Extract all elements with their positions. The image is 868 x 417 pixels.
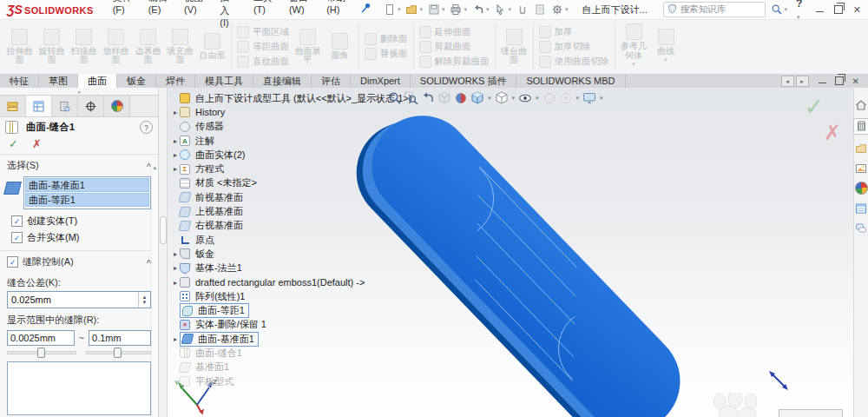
monitor-icon[interactable] — [582, 91, 596, 105]
tab-features[interactable]: 特征 — [0, 74, 39, 88]
section-view-icon[interactable] — [437, 91, 451, 105]
tab-dimxpert[interactable]: DimXpert — [351, 74, 411, 88]
search-go-icon[interactable] — [771, 3, 787, 16]
tree-item-sheet-metal[interactable]: 钣金 — [171, 247, 413, 261]
freeform-button[interactable]: 自由形 — [197, 33, 227, 61]
panel-scrollbar[interactable]: ▲ — [151, 164, 158, 417]
menu-tools[interactable]: 工具(T) — [253, 0, 273, 28]
extruded-surface-button[interactable]: 拉伸曲面 — [4, 29, 35, 65]
replace-face-button[interactable]: 替换面 — [365, 48, 408, 60]
gap-control-section-header[interactable]: 缝隙控制(A) ^ — [0, 251, 158, 271]
tab-solidworks-mbd[interactable]: SOLIDWORKS MBD — [516, 74, 625, 88]
restore-icon[interactable] — [834, 5, 843, 14]
create-solid-checkbox-row[interactable]: 创建实体(T) — [0, 211, 158, 228]
revolved-surface-button[interactable]: 旋转曲面 — [36, 29, 67, 65]
menu-help[interactable]: 帮助(H) — [326, 0, 347, 28]
selection-section-header[interactable]: 选择(S) ^ — [0, 155, 158, 175]
tree-item-surface-offset[interactable]: 曲面-等距1 — [171, 303, 413, 317]
doc-minimize-icon[interactable] — [819, 83, 826, 83]
tree-item-flat-pattern[interactable]: 平板型式 — [171, 374, 413, 388]
tab-evaluate[interactable]: 评估 — [312, 74, 351, 88]
tree-item-equations[interactable]: 方程式 — [171, 162, 413, 175]
splitter-handle-icon[interactable] — [160, 216, 167, 244]
panel-drag-handle[interactable]: ● — [0, 88, 158, 95]
display-tab-icon[interactable] — [104, 96, 130, 116]
doc-close-icon[interactable]: ✕ — [852, 76, 859, 86]
pin-menu-icon[interactable] — [359, 2, 372, 17]
dimxpert-tab-icon[interactable] — [78, 96, 104, 116]
hide-show-items-icon[interactable] — [518, 91, 532, 105]
tree-item-history[interactable]: History — [171, 105, 413, 119]
tree-item-surface-knit[interactable]: 曲面-缝合1 — [171, 346, 413, 360]
knowledge-search-box[interactable]: 搜索知识库 — [663, 2, 766, 17]
open-icon[interactable] — [404, 3, 424, 17]
tree-item-body-delete[interactable]: 实体-删除/保留 1 — [171, 318, 413, 332]
print-icon[interactable] — [448, 3, 469, 17]
new-document-icon[interactable] — [382, 3, 403, 17]
create-solid-checkbox[interactable] — [11, 215, 23, 227]
tree-root[interactable]: 自上而下设计成型工具 (默认<<默认>_显示状态 1>) — [171, 91, 413, 105]
custom-properties-icon[interactable] — [855, 202, 868, 215]
display-style-icon[interactable] — [495, 91, 509, 105]
tree-item-base-flange[interactable]: 基体-法兰1 — [171, 261, 413, 275]
view-settings-icon[interactable] — [559, 91, 573, 105]
selection-item[interactable]: 曲面-等距1 — [25, 193, 149, 207]
untrim-surface-button[interactable]: 解除剪裁曲面 — [419, 56, 490, 68]
menu-view[interactable]: 视图(V) — [184, 0, 204, 28]
tree-item-surface-bodies[interactable]: 曲面实体(2) — [171, 148, 413, 162]
graphics-viewport[interactable]: 自上而下设计成型工具 (默认<<默认>_显示状态 1>) History 传感器… — [168, 88, 853, 417]
curves-button[interactable]: 曲线▾ — [651, 29, 681, 65]
tree-item-sensors[interactable]: 传感器 — [171, 120, 413, 134]
design-library-icon[interactable] — [855, 142, 868, 155]
tree-item-front-plane[interactable]: 前视基准面 — [171, 190, 413, 204]
apply-scene-icon[interactable] — [542, 91, 556, 105]
tab-sheet-metal[interactable]: 钣金 — [117, 74, 156, 88]
tab-direct-editing[interactable]: 直接编辑 — [253, 74, 312, 88]
menu-insert[interactable]: 插入(I) — [220, 0, 238, 28]
tree-item-right-plane[interactable]: 右视基准面 — [171, 219, 413, 233]
gap-listbox[interactable] — [7, 361, 151, 415]
menu-edit[interactable]: 编辑(E) — [148, 0, 168, 28]
ruled-surface-button[interactable]: 直纹曲面 — [237, 56, 289, 68]
spinner-icon[interactable]: ▲▼ — [138, 292, 150, 308]
extend-surface-button[interactable]: 延伸曲面 — [419, 26, 490, 38]
menu-window[interactable]: 窗口(W) — [289, 0, 311, 28]
gap-max-input[interactable]: 0.1mm — [89, 330, 151, 346]
configuration-tab-icon[interactable] — [52, 96, 78, 116]
thicken-button[interactable]: 加厚 — [539, 26, 609, 38]
tree-item-plane1[interactable]: 基准面1 — [171, 361, 413, 374]
tree-item-material[interactable]: 材质 <未指定> — [171, 176, 413, 190]
menu-file[interactable]: 文件(F) — [113, 0, 133, 28]
previous-view-icon[interactable] — [421, 91, 435, 105]
zoom-to-area-icon[interactable] — [404, 91, 418, 105]
view-palette-icon[interactable] — [855, 162, 868, 175]
tab-scroll-left-icon[interactable]: ◂ — [781, 76, 794, 87]
propertymanager-tab-icon[interactable] — [26, 96, 52, 116]
thickened-cut-button[interactable]: 加厚切除 — [539, 41, 609, 53]
gap-min-input[interactable]: 0.0025mm — [7, 330, 75, 346]
tree-item-top-plane[interactable]: 上视基准面 — [171, 204, 413, 218]
offset-surface-button[interactable]: 等距曲面 — [237, 41, 289, 53]
gap-max-slider[interactable] — [86, 348, 151, 356]
panel-splitter[interactable] — [159, 88, 168, 417]
solidworks-forum-icon[interactable] — [855, 222, 868, 235]
select-icon[interactable] — [492, 3, 513, 17]
selection-listbox[interactable]: 曲面-基准面1 曲面-等距1 — [23, 176, 151, 209]
boundary-surface-button[interactable]: 边界曲面 — [133, 29, 163, 65]
close-icon[interactable]: ✕ — [853, 4, 861, 16]
solidworks-resources-icon[interactable] — [853, 118, 868, 135]
reference-geometry-button[interactable]: 参考几何体▾ — [619, 23, 649, 70]
tree-item-surface-plane[interactable]: 曲面-基准面1 — [171, 332, 413, 346]
filled-surface-button[interactable]: 填充曲面 — [165, 29, 195, 65]
tab-scroll-right-icon[interactable]: ▸ — [796, 76, 809, 87]
fillet-button[interactable]: 圆角 — [325, 33, 355, 61]
tab-solidworks-addins[interactable]: SOLIDWORKS 插件 — [411, 74, 517, 88]
featuremanager-tab-icon[interactable] — [0, 96, 26, 116]
tree-item-emboss[interactable]: drafted rectangular emboss1(Default) -> — [171, 275, 413, 289]
flatten-surface-button[interactable]: 曲面展平 — [293, 29, 323, 65]
cancel-button[interactable]: ✗ — [32, 137, 42, 150]
ok-button[interactable]: ✓ — [9, 137, 18, 150]
merge-entities-checkbox-row[interactable]: 合并实体(M) — [0, 228, 158, 244]
properties-icon[interactable] — [532, 3, 548, 17]
tab-surfaces[interactable]: 曲面 — [78, 74, 117, 88]
